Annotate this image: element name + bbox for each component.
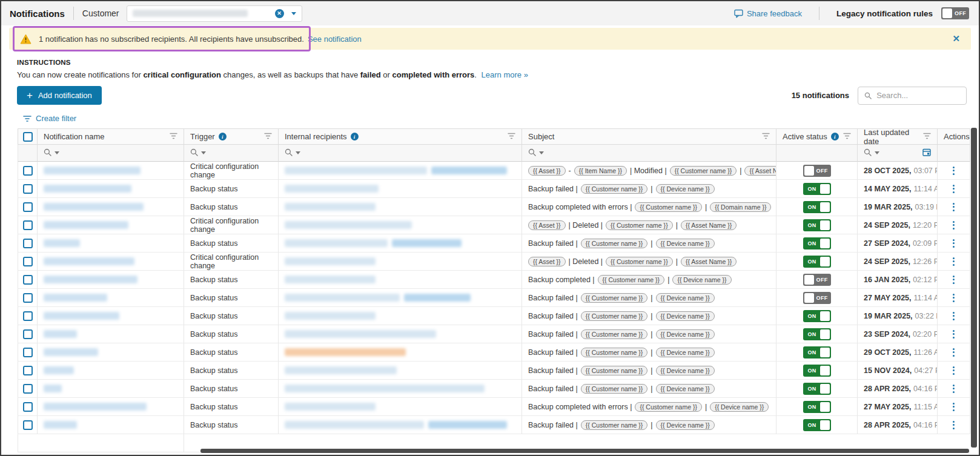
- row-checkbox[interactable]: [23, 239, 33, 248]
- select-all-checkbox[interactable]: [23, 132, 33, 142]
- internal-recipients-redacted[interactable]: [285, 167, 427, 174]
- column-filter-icon[interactable]: [508, 133, 515, 139]
- filter-search-icon[interactable]: [190, 148, 198, 159]
- legacy-rules-toggle[interactable]: OFF: [941, 7, 969, 19]
- internal-recipients-redacted[interactable]: [285, 257, 376, 265]
- calendar-icon[interactable]: [922, 148, 931, 156]
- info-icon[interactable]: i: [351, 133, 359, 140]
- filter-calendar[interactable]: [922, 148, 931, 159]
- notification-name-redacted[interactable]: [44, 312, 119, 320]
- search-icon[interactable]: [190, 148, 198, 156]
- row-actions-menu-icon[interactable]: [953, 366, 955, 375]
- row-checkbox[interactable]: [23, 184, 33, 194]
- row-checkbox[interactable]: [23, 220, 33, 230]
- internal-recipients-redacted[interactable]: [285, 330, 436, 338]
- vertical-scrollbar[interactable]: [971, 128, 977, 448]
- internal-recipients-redacted[interactable]: [392, 239, 462, 247]
- internal-recipients-redacted[interactable]: [285, 312, 376, 320]
- close-icon[interactable]: ✕: [952, 33, 960, 44]
- row-checkbox[interactable]: [23, 311, 33, 321]
- learn-more-link[interactable]: Learn more »: [482, 70, 528, 79]
- row-checkbox[interactable]: [23, 329, 33, 339]
- filter-dropdown-caret[interactable]: [539, 151, 544, 154]
- internal-recipients-redacted[interactable]: [285, 221, 412, 229]
- row-checkbox[interactable]: [23, 348, 33, 357]
- active-status-toggle[interactable]: ON: [803, 328, 831, 340]
- info-icon[interactable]: i: [831, 133, 839, 140]
- row-checkbox[interactable]: [23, 275, 33, 285]
- row-actions-menu-icon[interactable]: [953, 330, 955, 339]
- filter-dropdown-caret[interactable]: [55, 151, 59, 154]
- row-actions-menu-icon[interactable]: [953, 421, 955, 429]
- info-icon[interactable]: i: [219, 133, 227, 140]
- add-notification-button[interactable]: + Add notification: [17, 86, 102, 105]
- active-status-toggle[interactable]: ON: [803, 183, 831, 195]
- internal-recipients-redacted[interactable]: [431, 167, 507, 174]
- internal-recipients-redacted[interactable]: [285, 276, 376, 283]
- row-checkbox[interactable]: [23, 366, 33, 375]
- row-actions-menu-icon[interactable]: [953, 203, 955, 211]
- column-filter-icon[interactable]: [170, 133, 177, 139]
- row-actions-menu-icon[interactable]: [953, 403, 955, 411]
- active-status-toggle[interactable]: ON: [803, 256, 831, 268]
- create-filter-link[interactable]: Create filter: [1, 105, 86, 123]
- search-icon[interactable]: [864, 148, 872, 156]
- notification-name-redacted[interactable]: [44, 276, 137, 283]
- notification-name-redacted[interactable]: [44, 203, 144, 211]
- active-status-toggle[interactable]: OFF: [803, 292, 831, 304]
- active-status-toggle[interactable]: ON: [803, 346, 831, 359]
- column-menu[interactable]: [508, 132, 515, 141]
- internal-recipients-redacted[interactable]: [285, 403, 376, 411]
- clear-selection-icon[interactable]: ✕: [275, 9, 284, 18]
- row-actions-menu-icon[interactable]: [953, 294, 955, 302]
- row-checkbox[interactable]: [23, 166, 33, 176]
- horizontal-scrollbar[interactable]: [200, 449, 969, 453]
- search-icon[interactable]: [285, 148, 293, 156]
- row-checkbox[interactable]: [23, 202, 33, 212]
- search-box[interactable]: [858, 87, 967, 105]
- notification-name-redacted[interactable]: [44, 330, 77, 338]
- filter-search-icon[interactable]: [285, 148, 293, 159]
- active-status-toggle[interactable]: ON: [803, 201, 831, 213]
- internal-recipients-redacted[interactable]: [285, 348, 406, 356]
- notification-name-redacted[interactable]: [44, 294, 107, 302]
- share-feedback-link[interactable]: Share feedback: [734, 9, 802, 18]
- active-status-toggle[interactable]: ON: [803, 219, 831, 231]
- active-status-toggle[interactable]: OFF: [803, 165, 831, 177]
- row-actions-menu-icon[interactable]: [953, 185, 955, 193]
- internal-recipients-redacted[interactable]: [285, 421, 424, 429]
- active-status-toggle[interactable]: ON: [803, 310, 831, 322]
- column-filter-icon[interactable]: [762, 133, 770, 139]
- internal-recipients-redacted[interactable]: [285, 385, 485, 392]
- row-actions-menu-icon[interactable]: [953, 221, 955, 230]
- notification-name-redacted[interactable]: [44, 385, 62, 392]
- row-actions-menu-icon[interactable]: [953, 385, 955, 393]
- column-menu[interactable]: [843, 132, 851, 141]
- notification-name-redacted[interactable]: [44, 403, 147, 411]
- filter-dropdown-caret[interactable]: [201, 151, 206, 154]
- row-checkbox[interactable]: [23, 402, 33, 412]
- notification-name-redacted[interactable]: [44, 421, 77, 429]
- customer-select[interactable]: ✕: [127, 5, 302, 22]
- active-status-toggle[interactable]: ON: [803, 419, 831, 431]
- active-status-toggle[interactable]: ON: [803, 365, 831, 377]
- row-checkbox[interactable]: [23, 293, 33, 303]
- notification-name-redacted[interactable]: [44, 185, 131, 193]
- row-checkbox[interactable]: [23, 384, 33, 394]
- column-filter-icon[interactable]: [923, 133, 931, 139]
- column-filter-icon[interactable]: [264, 133, 272, 139]
- filter-dropdown-caret[interactable]: [296, 151, 300, 154]
- row-actions-menu-icon[interactable]: [953, 239, 955, 248]
- column-menu[interactable]: [762, 132, 770, 141]
- notification-name-redacted[interactable]: [44, 348, 98, 356]
- active-status-toggle[interactable]: ON: [803, 401, 831, 413]
- active-status-toggle[interactable]: ON: [803, 237, 831, 249]
- notification-name-redacted[interactable]: [44, 366, 74, 374]
- row-actions-menu-icon[interactable]: [953, 167, 955, 175]
- search-input[interactable]: [876, 91, 960, 100]
- active-status-toggle[interactable]: ON: [803, 383, 831, 395]
- column-menu[interactable]: [923, 132, 931, 141]
- see-notification-link[interactable]: See notification: [308, 35, 362, 44]
- internal-recipients-redacted[interactable]: [285, 185, 379, 193]
- row-actions-menu-icon[interactable]: [953, 276, 955, 284]
